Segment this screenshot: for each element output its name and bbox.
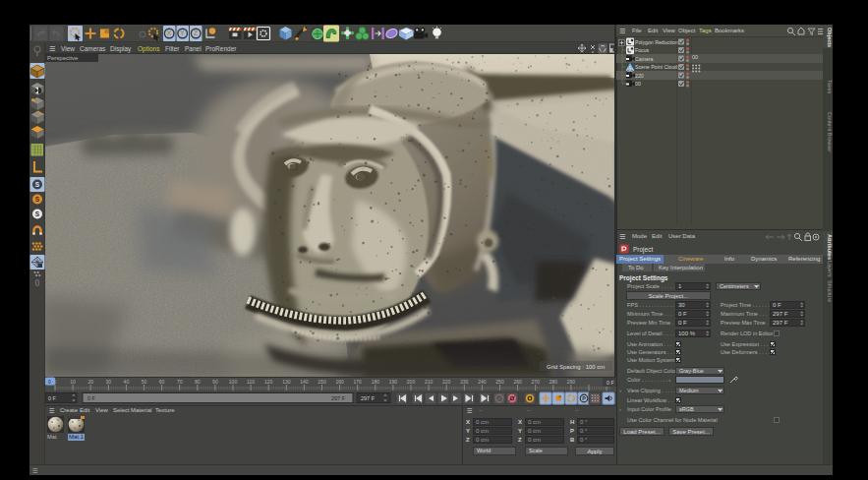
svg-text:Z: Z [194, 30, 199, 36]
svg-text:P: P [582, 395, 586, 401]
svg-text:0 F: 0 F [607, 380, 615, 386]
svg-text:Y: Y [180, 30, 185, 36]
svg-text:S: S [35, 196, 40, 203]
svg-text:0 F: 0 F [48, 395, 57, 401]
svg-text:210: 210 [425, 379, 434, 385]
svg-text:110: 110 [247, 379, 255, 385]
svg-text:160: 160 [335, 379, 344, 385]
svg-text:10: 10 [70, 379, 76, 385]
svg-text:90: 90 [212, 379, 218, 385]
svg-text:190: 190 [389, 379, 398, 385]
svg-text:297 F: 297 F [361, 395, 376, 401]
svg-text:80: 80 [195, 379, 201, 385]
svg-text:0 F: 0 F [87, 395, 96, 401]
svg-text:220: 220 [442, 379, 451, 385]
svg-text:250: 250 [495, 379, 504, 385]
svg-text:297 F: 297 F [331, 395, 346, 401]
svg-text:150: 150 [318, 379, 326, 385]
svg-text:230: 230 [460, 379, 469, 385]
svg-text:100: 100 [229, 379, 238, 385]
svg-text:270: 270 [532, 379, 541, 385]
svg-text:280: 280 [550, 379, 558, 385]
svg-text:170: 170 [354, 379, 363, 385]
svg-text:Grid Spacing : 100 cm: Grid Spacing : 100 cm [547, 364, 605, 370]
svg-text:200: 200 [407, 379, 416, 385]
svg-text:180: 180 [372, 379, 380, 385]
svg-text:20: 20 [87, 379, 93, 385]
svg-text:30: 30 [106, 379, 112, 385]
svg-text:70: 70 [177, 379, 183, 385]
svg-text:(): () [35, 278, 39, 286]
svg-text:X: X [167, 30, 172, 36]
svg-text:S: S [35, 181, 40, 188]
svg-text:140: 140 [300, 379, 309, 385]
svg-text:120: 120 [264, 379, 273, 385]
svg-text:40: 40 [124, 379, 130, 385]
svg-text:240: 240 [478, 379, 487, 385]
svg-text:130: 130 [282, 379, 291, 385]
svg-text:50: 50 [142, 379, 147, 385]
svg-text:S: S [35, 210, 40, 217]
svg-text:60: 60 [159, 379, 165, 385]
svg-text:290: 290 [567, 379, 576, 385]
svg-text:260: 260 [513, 379, 522, 385]
svg-text:00: 00 [692, 54, 698, 60]
svg-text:0: 0 [48, 379, 51, 385]
